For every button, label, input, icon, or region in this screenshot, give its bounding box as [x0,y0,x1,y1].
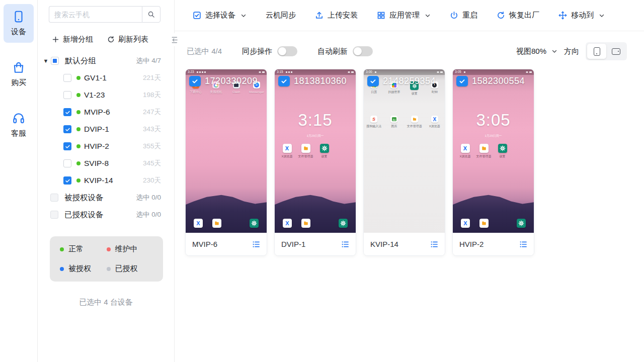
device-row[interactable]: MVIP-6 247天 [42,104,161,121]
legend-item-normal: 正常 [60,244,107,254]
card-menu-icon[interactable] [430,240,438,248]
phone-screen[interactable]: 3:00 日历 扫描世界 [364,69,445,233]
caret-down-icon[interactable]: ▼ [42,58,49,64]
folder-glyph [303,221,308,226]
factory-reset-button[interactable]: 恢复出厂 [497,11,539,20]
refresh-list-button[interactable]: 刷新列表 [107,35,148,44]
cloud-sync-button[interactable]: 云机同步 [266,11,296,20]
sync-operation-toggle[interactable] [277,46,297,56]
device-checkbox[interactable] [63,74,71,82]
nav-item-support[interactable]: 客服 [4,106,34,144]
group-checkbox-indeterminate[interactable] [51,57,59,65]
select-device-button[interactable]: 选择设备 [193,11,247,20]
settings-icon [339,219,348,228]
device-checkbox-checked[interactable] [63,142,71,150]
group-row-authorized-to-me[interactable]: 被授权设备 选中 0/0 [42,189,161,206]
gear-glyph [251,220,257,226]
device-checkbox-checked[interactable] [63,108,71,116]
x-browser-icon: X [283,144,292,153]
check-icon [65,178,70,184]
card-menu-icon[interactable] [252,240,260,248]
grid-icon [377,11,385,20]
card-menu-icon[interactable] [341,240,349,248]
legend-label: 维护中 [115,244,138,254]
device-checkbox-checked[interactable] [63,125,71,133]
group-checkbox-disabled[interactable] [50,194,58,202]
gallery-icon [390,116,397,123]
device-row[interactable]: KVIP-14 230天 [42,172,161,189]
group-row-default[interactable]: ▼ 默认分组 选中 4/7 [42,52,161,69]
app-sogou-input: S 搜狗输入法 [366,116,381,128]
reboot-button[interactable]: 重启 [450,11,477,20]
device-row[interactable]: SVIP-8 345天 [42,155,161,172]
plus-icon [52,36,59,43]
device-row[interactable]: GV1-1 221天 [42,69,161,86]
phone-screen[interactable]: 3:15 3:15 1月29日周一 X X浏览器 文件管理器 [275,69,356,233]
app-label: X浏览器 [281,155,292,158]
add-group-button[interactable]: 新增分组 [52,35,93,44]
app-label: 下载中心 [190,90,202,94]
device-row[interactable]: DVIP-1 343天 [42,121,161,138]
orientation-landscape-button[interactable] [606,44,625,59]
controls-row: 已选中 4/4 同步操作 自动刷新 视图80% 方向 [175,42,644,60]
settings-icon [250,219,259,228]
statusbar-battery-icon [259,71,265,73]
folder-glyph [413,117,417,121]
search-input[interactable] [49,6,142,23]
app-x-browser: X X浏览器 [456,144,474,158]
legend-item-authorized-to-me: 被授权 [60,264,107,274]
move-to-button[interactable]: 移动到 [558,11,605,20]
status-dot [76,144,80,148]
group-name: 被授权设备 [64,193,104,203]
card-checkbox-checked[interactable] [278,76,290,86]
card-device-name: DVIP-1 [281,240,305,248]
gear-glyph [321,145,328,151]
reset-icon [497,11,505,20]
card-checkbox-checked[interactable] [367,76,379,86]
x-glyph: X [433,117,437,122]
chevron-down-icon [240,13,247,19]
device-row[interactable]: HVIP-2 355天 [42,138,161,155]
selection-summary: 已选中 4 台设备 [38,298,174,307]
search-button[interactable] [142,6,160,23]
orientation-portrait-button[interactable] [587,44,606,59]
card-checkbox-checked[interactable] [189,76,201,86]
refresh-list-label: 刷新列表 [118,35,148,44]
device-serial: 1582300554 [472,76,525,86]
phone-screen[interactable]: 3:05 3:05 1月29日周一 X X浏览器 文件管理器 [453,69,534,233]
device-row[interactable]: V1-23 198天 [42,86,161,104]
folder-glyph [303,146,308,151]
x-glyph: X [285,220,289,226]
auto-refresh-toggle[interactable] [353,46,373,56]
card-checkbox-checked[interactable] [456,76,468,86]
device-checkbox[interactable] [63,159,71,167]
view-zoom-select[interactable]: 视图80% [516,47,557,56]
factory-reset-label: 恢复出厂 [509,11,539,20]
lockscreen-date: 1月29日周一 [275,134,356,138]
group-checkbox-disabled[interactable] [50,211,58,219]
group-row-authorized-out[interactable]: 已授权设备 选中 0/0 [42,206,161,223]
upload-install-button[interactable]: 上传安装 [315,11,358,20]
card-menu-icon[interactable] [519,240,527,248]
nav-item-buy[interactable]: 购买 [4,55,34,94]
status-dot [76,127,80,131]
checkbox-icon [193,11,201,20]
group-name: 默认分组 [65,56,96,66]
phone-screen[interactable]: 3:23 下载中心 美颜相机 [186,69,267,233]
app-manage-button[interactable]: 应用管理 [377,11,431,20]
nav-item-label: 购买 [11,78,26,87]
statusbar-battery-icon [526,71,532,73]
collapse-panel-button[interactable] [169,33,179,46]
app-x-browser: X X浏览器 [429,116,440,128]
device-checkbox-checked[interactable] [63,176,71,185]
auto-refresh-control: 自动刷新 [317,46,373,56]
app-file-manager: 文件管理器 [407,116,422,128]
move-icon [558,11,567,20]
device-card-grid: 3:23 下载中心 美颜相机 [185,69,644,256]
x-browser-icon: X [283,219,292,228]
device-checkbox[interactable] [63,91,71,99]
nav-item-devices[interactable]: 设备 [4,4,34,43]
status-legend: 正常 维护中 被授权 已授权 [50,236,163,282]
legend-item-authorized-out: 已授权 [107,264,153,274]
app-label: 搜狗输入法 [366,125,381,128]
